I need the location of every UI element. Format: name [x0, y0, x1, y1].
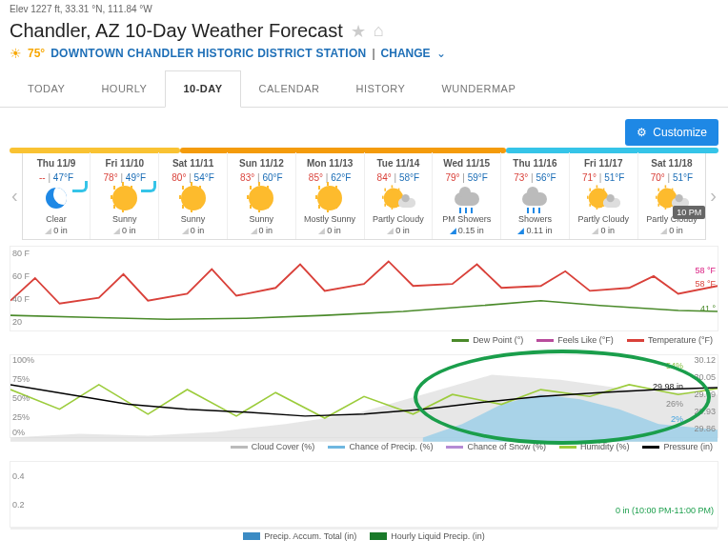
- weather-icon: [244, 185, 278, 211]
- day-card[interactable]: Sat 11/1180° | 54°FSunny◢0 in: [159, 152, 228, 239]
- home-icon[interactable]: ⌂: [374, 21, 384, 41]
- tab-history[interactable]: HISTORY: [337, 70, 423, 107]
- value-label: 26%: [666, 399, 683, 409]
- precip-label: ◢0 in: [92, 226, 156, 235]
- precip-label: ◢0 in: [25, 226, 89, 235]
- condition-label: Sunny: [230, 214, 293, 224]
- y-axis-label: 0%: [12, 428, 25, 437]
- day-temps: 84° | 58°F: [367, 172, 431, 183]
- favorite-icon[interactable]: ★: [351, 21, 366, 42]
- tab-today[interactable]: TODAY: [10, 70, 83, 107]
- y-axis-label: 25%: [12, 412, 30, 422]
- precip-label: ◢0 in: [640, 226, 704, 235]
- day-temps: 73° | 56°F: [503, 172, 567, 183]
- change-station-link[interactable]: CHANGE: [381, 47, 431, 60]
- day-date: Fri 11/10: [92, 158, 156, 169]
- tab-bar: TODAY HOURLY 10-DAY CALENDAR HISTORY WUN…: [0, 70, 728, 108]
- day-temps: 78° | 49°F: [92, 172, 156, 183]
- chart-precip[interactable]: 0.4 0.2 0 in (10:00 PM-11:00 PM): [10, 461, 718, 528]
- weather-icon: [381, 185, 415, 211]
- weather-icon: [450, 185, 484, 211]
- weather-icon: [39, 185, 73, 211]
- day-temps: -- | 47°F: [25, 172, 89, 183]
- day-date: Sun 11/12: [230, 158, 293, 169]
- customize-label: Customize: [653, 126, 707, 139]
- value-label: 2%: [671, 414, 683, 424]
- day-date: Thu 11/9: [25, 158, 89, 169]
- day-date: Mon 11/13: [298, 158, 362, 169]
- day-date: Thu 11/16: [503, 158, 567, 169]
- y-axis-label: 80 F: [12, 249, 30, 258]
- sun-icon: ☀: [10, 46, 22, 61]
- precip-label: ◢0.11 in: [503, 226, 567, 235]
- precip-tooltip: 0 in (10:00 PM-11:00 PM): [616, 506, 714, 515]
- precip-label: ◢0 in: [161, 226, 225, 235]
- page-title: Chandler, AZ 10-Day Weather Forecast: [10, 20, 343, 42]
- day-date: Sat 11/18: [640, 158, 704, 169]
- condition-label: Sunny: [92, 214, 156, 224]
- day-date: Wed 11/15: [435, 158, 498, 169]
- tab-wundermap[interactable]: WUNDERMAP: [423, 70, 534, 107]
- day-temps: 70° | 51°F: [640, 172, 704, 183]
- y2-axis-label: 30.12: [694, 355, 716, 365]
- weather-icon: [313, 185, 347, 211]
- day-temps: 71° | 51°F: [572, 172, 636, 183]
- day-card[interactable]: Sun 11/1283° | 60°FSunny◢0 in: [228, 152, 296, 239]
- value-label: 29.98 in: [653, 382, 683, 391]
- y-axis-label: 0.4: [12, 471, 25, 481]
- condition-label: Sunny: [161, 214, 225, 224]
- day-card[interactable]: Fri 11/1771° | 51°FPartly Cloudy◢0 in: [570, 152, 638, 239]
- day-card[interactable]: Mon 11/1385° | 62°FMostly Sunny◢0 in: [296, 152, 365, 239]
- current-temp: 75°: [28, 47, 45, 60]
- day-date: Sat 11/11: [161, 158, 225, 169]
- precip-label: ◢0 in: [572, 226, 636, 235]
- chart-humidity[interactable]: 100% 75% 50% 25% 0% 30.12 30.05 29.99 29…: [10, 354, 718, 438]
- tab-hourly[interactable]: HOURLY: [83, 70, 165, 107]
- precip-label: ◢0.15 in: [435, 226, 498, 235]
- y-axis-label: 75%: [12, 374, 30, 384]
- station-separator: |: [372, 47, 374, 60]
- weather-icon: [108, 185, 142, 211]
- condition-label: Partly Cloudy: [572, 214, 636, 224]
- day-card[interactable]: Wed 11/1579° | 59°FPM Showers◢0.15 in: [433, 152, 501, 239]
- tab-10day[interactable]: 10-DAY: [165, 70, 240, 108]
- time-badge: 10 PM: [673, 206, 705, 219]
- y-axis-label: 40 F: [12, 294, 30, 304]
- y-axis-label: 100%: [12, 355, 34, 365]
- day-date: Tue 11/14: [367, 158, 431, 169]
- weather-icon: [586, 185, 620, 211]
- day-card[interactable]: Tue 11/1484° | 58°FPartly Cloudy◢0 in: [365, 152, 434, 239]
- day-card[interactable]: Thu 11/1673° | 56°FShowers◢0.11 in: [501, 152, 570, 239]
- day-card[interactable]: Fri 11/1078° | 49°FSunny◢0 in: [91, 152, 159, 239]
- chevron-down-icon[interactable]: ⌄: [436, 47, 446, 60]
- precip-label: ◢0 in: [367, 226, 431, 235]
- day-card[interactable]: Sat 11/1870° | 51°FPartly Cloudy◢0 in10 …: [638, 152, 706, 239]
- next-arrow-icon[interactable]: ›: [708, 185, 718, 207]
- value-label: 54%: [666, 361, 683, 370]
- gear-icon: ⚙: [637, 126, 647, 139]
- value-label: 58 °F: [695, 279, 716, 289]
- day-card[interactable]: Thu 11/9-- | 47°FClear◢0 in: [23, 152, 91, 239]
- y-axis-label: 60 F: [12, 271, 30, 281]
- station-link[interactable]: DOWNTOWN CHANDLER HISTORIC DISTRICT STAT…: [51, 47, 366, 60]
- precip-label: ◢0 in: [298, 226, 362, 235]
- condition-label: PM Showers: [435, 214, 498, 224]
- chart-temperature[interactable]: 80 F 60 F 40 F 20 58 °F 58 °F 41 °: [10, 246, 718, 331]
- customize-button[interactable]: ⚙ Customize: [625, 119, 718, 146]
- y2-axis-label: 29.93: [694, 407, 716, 416]
- day-temps: 83° | 60°F: [230, 172, 293, 183]
- day-temps: 79° | 59°F: [435, 172, 498, 183]
- day-temps: 85° | 62°F: [298, 172, 362, 183]
- condition-label: Clear: [25, 214, 89, 224]
- prev-arrow-icon[interactable]: ‹: [10, 185, 20, 207]
- value-label: 41 °: [700, 304, 716, 313]
- condition-label: Partly Cloudy: [367, 214, 431, 224]
- y2-axis-label: 29.99: [694, 390, 716, 399]
- tab-calendar[interactable]: CALENDAR: [241, 70, 338, 107]
- day-cards: Thu 11/9-- | 47°FClear◢0 inFri 11/1078° …: [22, 151, 707, 240]
- condition-label: Showers: [503, 214, 567, 224]
- day-date: Fri 11/17: [572, 158, 636, 169]
- value-label: 58 °F: [695, 266, 716, 275]
- condition-label: Mostly Sunny: [298, 214, 362, 224]
- y2-axis-label: 30.05: [694, 372, 716, 382]
